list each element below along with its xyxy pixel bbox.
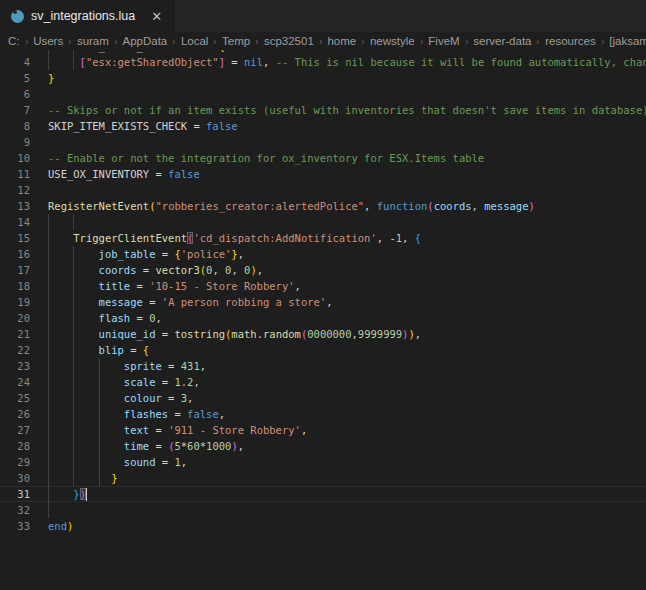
line-text[interactable]: text = '911 - Store Robbery', <box>48 422 646 438</box>
code-line[interactable]: 20 flash = 0, <box>0 310 646 326</box>
line-text[interactable] <box>48 502 646 518</box>
code-line[interactable]: 16 job_table = {'police'}, <box>0 246 646 262</box>
code-line[interactable]: 23 sprite = 431, <box>0 358 646 374</box>
line-text[interactable]: flash = 0, <box>48 310 646 326</box>
breadcrumb-item[interactable]: Users <box>33 35 63 47</box>
code-line[interactable]: 25 colour = 3, <box>0 390 646 406</box>
code-token: = <box>155 376 174 388</box>
breadcrumb-item[interactable]: suram <box>77 35 109 47</box>
line-text[interactable]: -- Enable or not the integration for ox_… <box>48 150 646 166</box>
code-token: coords <box>99 264 137 276</box>
line-text[interactable]: -- Skips or not if an item exists (usefu… <box>48 102 646 118</box>
code-token: = <box>143 296 162 308</box>
indent-guide <box>48 374 49 390</box>
line-number: 11 <box>0 166 30 182</box>
line-text[interactable]: blip = { <box>48 342 646 358</box>
code-line[interactable]: 17 coords = vector3(0, 0, 0), <box>0 262 646 278</box>
code-token: = <box>130 312 149 324</box>
line-text[interactable]: }) <box>48 486 646 502</box>
code-line[interactable]: 26 flashes = false, <box>0 406 646 422</box>
indent-whitespace <box>48 456 124 468</box>
code-line[interactable]: 6 <box>0 86 646 102</box>
breadcrumb-item[interactable]: home <box>327 35 356 47</box>
line-number: 19 <box>0 294 30 310</box>
line-text[interactable]: colour = 3, <box>48 390 646 406</box>
breadcrumb-item[interactable]: Local <box>181 35 209 47</box>
line-number: 32 <box>0 502 30 518</box>
code-line[interactable]: 18 title = '10-15 - Store Robbery', <box>0 278 646 294</box>
code-line[interactable]: 33end) <box>0 518 646 534</box>
indent-guide <box>73 406 74 422</box>
line-text[interactable] <box>48 134 646 150</box>
code-line[interactable]: 5} <box>0 70 646 86</box>
line-text[interactable]: title = '10-15 - Store Robbery', <box>48 278 646 294</box>
breadcrumb-item[interactable]: Temp <box>222 35 250 47</box>
code-area[interactable]: 3 ESX_EVENT_OVERRIDES = {4 ["esx:getShar… <box>0 50 646 534</box>
line-text[interactable]: time = (5*60*1000), <box>48 438 646 454</box>
line-text[interactable]: } <box>48 470 646 486</box>
breadcrumb-item[interactable]: server-data <box>473 35 531 47</box>
code-line[interactable]: 32 <box>0 502 646 518</box>
line-text[interactable]: RegisterNetEvent("robberies_creator:aler… <box>48 198 646 214</box>
line-text[interactable]: end) <box>48 518 646 534</box>
code-line[interactable]: 7-- Skips or not if an item exists (usef… <box>0 102 646 118</box>
line-text[interactable] <box>48 86 646 102</box>
breadcrumb-item[interactable]: newstyle <box>370 35 415 47</box>
line-number: 27 <box>0 422 30 438</box>
indent-whitespace <box>48 392 124 404</box>
line-text[interactable]: ["esx:getSharedObject"] = nil, -- This i… <box>48 54 646 70</box>
code-line[interactable]: 4 ["esx:getSharedObject"] = nil, -- This… <box>0 54 646 70</box>
code-line[interactable]: 10-- Enable or not the integration for o… <box>0 150 646 166</box>
line-text[interactable] <box>48 182 646 198</box>
code-comment: -- This is nil because it will be found … <box>276 56 646 68</box>
line-text[interactable]: unique_id = tostring(math.random(0000000… <box>48 326 646 342</box>
code-line[interactable]: 27 text = '911 - Store Robbery', <box>0 422 646 438</box>
breadcrumb-item[interactable]: [jaksam] <box>609 35 646 47</box>
breadcrumb-item[interactable]: scp32501 <box>264 35 314 47</box>
code-line[interactable]: 15 TriggerClientEvent('cd_dispatch:AddNo… <box>0 230 646 246</box>
tab-close-icon[interactable]: ✕ <box>151 10 162 23</box>
line-text[interactable]: flashes = false, <box>48 406 646 422</box>
breadcrumb-separator: › <box>362 35 365 47</box>
line-text[interactable]: scale = 1.2, <box>48 374 646 390</box>
breadcrumb-item[interactable]: FiveM <box>428 35 459 47</box>
code-line[interactable]: 13RegisterNetEvent("robberies_creator:al… <box>0 198 646 214</box>
code-line[interactable]: 22 blip = { <box>0 342 646 358</box>
indent-guide <box>73 454 74 470</box>
code-token: TriggerClientEvent <box>73 232 187 244</box>
code-string: "robberies_creator:alertedPolice" <box>155 200 364 212</box>
line-text[interactable]: TriggerClientEvent('cd_dispatch:AddNotif… <box>48 230 646 246</box>
line-text[interactable]: } <box>48 70 646 86</box>
code-line[interactable]: 8SKIP_ITEM_EXISTS_CHECK = false <box>0 118 646 134</box>
breadcrumb-item[interactable]: resources <box>545 35 596 47</box>
code-token: , <box>263 56 276 68</box>
tab-bar: sv_integrations.lua ✕ <box>0 0 646 32</box>
line-text[interactable]: SKIP_ITEM_EXISTS_CHECK = false <box>48 118 646 134</box>
line-text[interactable] <box>48 214 646 230</box>
code-line[interactable]: 14 <box>0 214 646 230</box>
line-text[interactable]: coords = vector3(0, 0, 0), <box>48 262 646 278</box>
line-text[interactable]: job_table = {'police'}, <box>48 246 646 262</box>
line-number: 33 <box>0 518 30 534</box>
editor-tab[interactable]: sv_integrations.lua ✕ <box>0 0 174 32</box>
line-text[interactable]: sprite = 431, <box>48 358 646 374</box>
code-line[interactable]: 31 }) <box>0 486 646 502</box>
line-text[interactable]: sound = 1, <box>48 454 646 470</box>
line-text[interactable]: USE_OX_INVENTORY = false <box>48 166 646 182</box>
code-line[interactable]: 12 <box>0 182 646 198</box>
code-line[interactable]: 30 } <box>0 470 646 486</box>
indent-guide <box>48 214 49 230</box>
code-line[interactable]: 28 time = (5*60*1000), <box>0 438 646 454</box>
code-line[interactable]: 24 scale = 1.2, <box>0 374 646 390</box>
indent-guide <box>48 294 49 310</box>
editor[interactable]: 3 ESX_EVENT_OVERRIDES = {4 ["esx:getShar… <box>0 50 646 590</box>
code-line[interactable]: 11USE_OX_INVENTORY = false <box>0 166 646 182</box>
code-line[interactable]: 29 sound = 1, <box>0 454 646 470</box>
code-line[interactable]: 9 <box>0 134 646 150</box>
code-token: sprite <box>124 360 162 372</box>
breadcrumb-item[interactable]: AppData <box>123 35 168 47</box>
line-text[interactable]: message = 'A person robbing a store', <box>48 294 646 310</box>
breadcrumb-item[interactable]: C: <box>8 35 20 47</box>
code-line[interactable]: 19 message = 'A person robbing a store', <box>0 294 646 310</box>
code-line[interactable]: 21 unique_id = tostring(math.random(0000… <box>0 326 646 342</box>
